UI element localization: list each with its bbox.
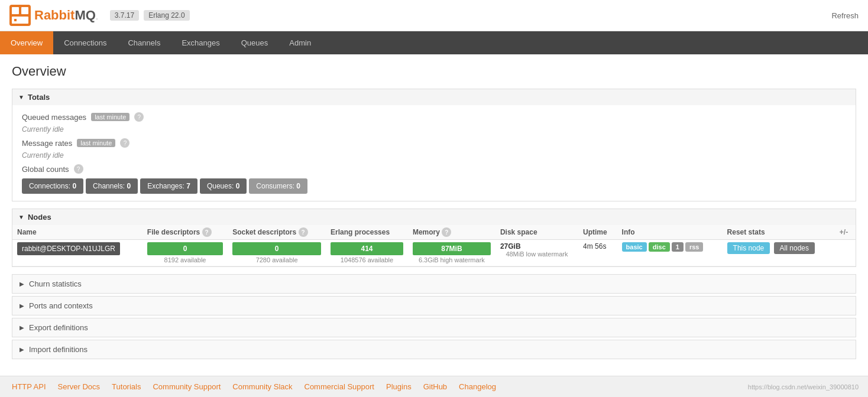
node-name-cell: rabbit@DESKTOP-N1UJLGR <box>12 240 142 266</box>
version-badges: 3.7.17 Erlang 22.0 <box>110 10 190 21</box>
socket-desc-bar: 0 <box>232 242 321 255</box>
consumers-count-value: 0 <box>296 182 300 190</box>
channels-count-value: 0 <box>127 182 131 190</box>
queued-messages-help-icon[interactable]: ? <box>134 112 144 122</box>
queued-messages-badge[interactable]: last minute <box>91 113 129 121</box>
col-name: Name <box>12 225 142 240</box>
collapsible-header-export[interactable]: ▶ Export definitions <box>12 318 856 337</box>
global-counts-row: Global counts ? <box>22 164 846 174</box>
erlang-available: 1048576 available <box>331 256 403 263</box>
queued-messages-label: Queued messages <box>22 113 86 122</box>
uptime-cell: 4m 56s <box>578 240 617 266</box>
erlang-cell: 414 1048576 available <box>326 240 408 266</box>
tag-rss: rss <box>685 242 704 252</box>
memory-help-icon[interactable]: ? <box>442 227 451 237</box>
col-reset: Reset stats <box>723 225 835 240</box>
col-info: Info <box>617 225 723 240</box>
connections-count-button[interactable]: Connections: 0 <box>22 178 83 194</box>
message-rates-help-icon[interactable]: ? <box>120 138 129 148</box>
col-memory: Memory ? <box>408 225 495 240</box>
nodes-section: ▼ Nodes Name File descriptors ? Socket d… <box>12 209 856 267</box>
collapsible-header-ports[interactable]: ▶ Ports and contexts <box>12 297 856 315</box>
message-rates-badge[interactable]: last minute <box>77 139 115 147</box>
connections-count-label: Connections: <box>29 182 70 190</box>
nav-item-channels[interactable]: Channels <box>117 31 171 54</box>
reset-this-node-button[interactable]: This node <box>727 242 770 254</box>
uptime-value: 4m 56s <box>583 242 606 250</box>
totals-arrow-icon: ▼ <box>18 94 24 100</box>
memory-bar: 87MiB <box>413 242 491 255</box>
queues-count-value: 0 <box>236 182 240 190</box>
collapsible-export: ▶ Export definitions <box>12 318 856 337</box>
totals-section: ▼ Totals Queued messages last minute ? C… <box>12 89 856 201</box>
collapsible-import: ▶ Import definitions <box>12 340 856 359</box>
file-desc-available: 8192 available <box>147 256 223 263</box>
global-counts-label: Global counts <box>22 165 69 174</box>
col-file-desc: File descriptors ? <box>142 225 228 240</box>
file-desc-help-icon[interactable]: ? <box>202 227 212 237</box>
disk-cell: 27GiB 48MiB low watermark <box>495 240 578 266</box>
logo: RabbitMQ. <box>9 5 98 26</box>
global-counts-help-icon[interactable]: ? <box>74 164 83 174</box>
message-rates-row: Message rates last minute ? <box>22 138 846 148</box>
info-tags: basic disc 1 rss <box>622 242 718 252</box>
channels-count-label: Channels: <box>93 182 125 190</box>
logo-text: RabbitMQ. <box>34 8 98 23</box>
nodes-table-body: rabbit@DESKTOP-N1UJLGR 0 8192 available … <box>12 240 856 266</box>
totals-section-header[interactable]: ▼ Totals <box>12 89 856 105</box>
nav: Overview Connections Channels Exchanges … <box>0 31 868 54</box>
collapsible-arrow-export: ▶ <box>20 324 24 331</box>
memory-cell: 87MiB 6.3GiB high watermark <box>408 240 495 266</box>
table-row: rabbit@DESKTOP-N1UJLGR 0 8192 available … <box>12 240 856 266</box>
svg-rect-1 <box>12 7 19 14</box>
reset-all-nodes-button[interactable]: All nodes <box>774 242 815 254</box>
message-rates-idle: Currently idle <box>22 151 846 160</box>
col-uptime: Uptime <box>578 225 617 240</box>
col-disk: Disk space <box>495 225 578 240</box>
consumers-count-label: Consumers: <box>256 182 294 190</box>
collapsible-label-export: Export definitions <box>29 323 88 332</box>
refresh-button[interactable]: Refresh <box>831 11 859 20</box>
queues-count-button[interactable]: Queues: 0 <box>200 178 247 194</box>
totals-section-body: Queued messages last minute ? Currently … <box>12 105 856 201</box>
reset-cell: This node All nodes <box>723 240 835 266</box>
nodes-section-body: Name File descriptors ? Socket descripto… <box>12 225 856 266</box>
collapsible-churn: ▶ Churn statistics <box>12 274 856 294</box>
exchanges-count-button[interactable]: Exchanges: 7 <box>140 178 197 194</box>
counts-row: Connections: 0 Channels: 0 Exchanges: 7 … <box>22 178 846 194</box>
svg-rect-4 <box>14 19 17 21</box>
nodes-section-header[interactable]: ▼ Nodes <box>12 209 856 225</box>
connections-count-value: 0 <box>72 182 76 190</box>
version-badge: 3.7.17 <box>110 10 139 21</box>
svg-rect-2 <box>21 7 28 14</box>
node-name-value: rabbit@DESKTOP-N1UJLGR <box>17 242 120 255</box>
collapsible-header-churn[interactable]: ▶ Churn statistics <box>12 275 856 293</box>
collapsible-label-import: Import definitions <box>29 345 88 354</box>
info-cell: basic disc 1 rss <box>617 240 723 266</box>
logo-icon <box>9 5 31 26</box>
main-content: Overview ▼ Totals Queued messages last m… <box>0 54 868 371</box>
channels-count-button[interactable]: Channels: 0 <box>86 178 138 194</box>
collapsible-arrow-ports: ▶ <box>20 302 24 309</box>
nodes-arrow-icon: ▼ <box>18 214 24 220</box>
memory-sub: 6.3GiB high watermark <box>413 256 491 263</box>
consumers-count-button[interactable]: Consumers: 0 <box>249 178 307 194</box>
nav-item-connections[interactable]: Connections <box>53 31 117 54</box>
plus-minus-cell <box>835 240 856 266</box>
col-plus-minus[interactable]: +/- <box>835 225 856 240</box>
nav-item-overview[interactable]: Overview <box>0 31 53 54</box>
nav-item-queues[interactable]: Queues <box>231 31 279 54</box>
socket-desc-help-icon[interactable]: ? <box>299 227 308 237</box>
col-socket-desc: Socket descriptors ? <box>228 225 326 240</box>
collapsible-header-import[interactable]: ▶ Import definitions <box>12 340 856 359</box>
erlang-bar: 414 <box>331 242 403 255</box>
collapsible-label-ports: Ports and contexts <box>29 301 93 310</box>
queues-count-label: Queues: <box>207 182 234 190</box>
disk-sub: 48MiB low watermark <box>500 250 574 258</box>
nav-item-exchanges[interactable]: Exchanges <box>171 31 230 54</box>
nav-item-admin[interactable]: Admin <box>278 31 322 54</box>
collapsible-label-churn: Churn statistics <box>29 279 82 288</box>
erlang-badge: Erlang 22.0 <box>144 10 189 21</box>
tag-basic: basic <box>622 242 647 252</box>
message-rates-label: Message rates <box>22 139 72 148</box>
